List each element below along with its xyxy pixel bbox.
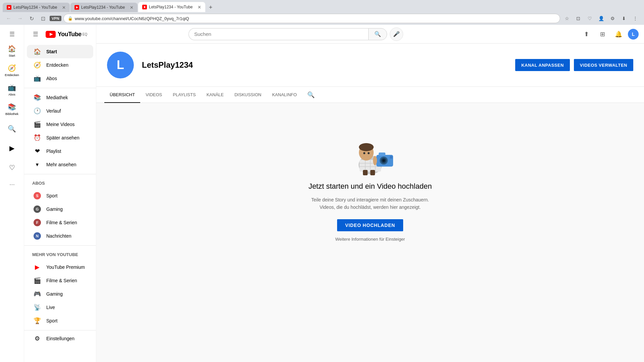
empty-state: Jetzt starten und ein Video hochladen Te… [96, 103, 644, 268]
sidebar-item-abos[interactable]: 📺 Abos [27, 72, 93, 85]
premium-icon: ▶ [34, 263, 41, 271]
user-profile-icon[interactable]: 👤 [596, 14, 606, 23]
tab-1[interactable]: LetsPlay1234 - YouTube ✕ [3, 3, 70, 12]
sidebar-item-einstellungen[interactable]: ⚙ Einstellungen [27, 332, 93, 345]
url-bar[interactable]: 🔒 www.youtube.com/channel/UCocN6zQPHQZ_0… [63, 14, 560, 23]
tab-favicon-3 [142, 5, 147, 9]
menu-dots-icon[interactable]: ⋮ [631, 14, 640, 23]
sidebar-label-gaming: Gaming [46, 206, 63, 212]
heart-icon[interactable]: ♡ [585, 14, 594, 23]
url-text: www.youtube.com/channel/UCocN6zQPHQZ_0yv… [75, 16, 556, 21]
bookmark-icon[interactable]: ☆ [562, 14, 572, 23]
sidebar-label-filme-serien: Filme & Serien [46, 220, 77, 225]
sidebar-item-verlauf[interactable]: 🕐 Verlauf [27, 104, 93, 118]
sidebar-item-mehr-ansehen[interactable]: ▼ Mehr ansehen [27, 158, 93, 171]
mic-button[interactable]: 🎤 [390, 27, 403, 41]
home-icon: 🏠 [34, 48, 41, 55]
nav-section: 🏠 Start 🧭 Entdecken 📺 Abos [24, 44, 96, 86]
sidebar-label-start: Start [46, 49, 57, 54]
sidebar-item-youtube-premium[interactable]: ▶ YouTube Premium [27, 260, 93, 274]
history-icon: 🕐 [34, 107, 41, 115]
tab-close-3[interactable]: ✕ [198, 5, 201, 10]
channel-actions: KANAL ANPASSEN VIDEOS VERWALTEN [515, 59, 633, 71]
channel-search-icon[interactable]: 🔍 [305, 89, 317, 101]
divider-4 [24, 330, 96, 330]
sidebar-item-filme-serien2[interactable]: 🎬 Filme & Serien [27, 274, 93, 287]
kanal-anpassen-button[interactable]: KANAL ANPASSEN [515, 59, 570, 71]
sidebar-item-gaming[interactable]: G Gaming [27, 202, 93, 216]
videos-verwalten-button[interactable]: VIDEOS VERWALTEN [574, 59, 633, 71]
sidebar-item-meine-videos[interactable]: 🎬 Meine Videos [27, 118, 93, 131]
tab-3[interactable]: LetsPlay1234 - YouTube ✕ [138, 2, 205, 12]
youtube-logo[interactable]: YouTube EQ [46, 31, 87, 38]
sidebar-label-abos: Abos [46, 76, 57, 81]
tab-diskussion[interactable]: DISKUSSION [229, 87, 267, 103]
svg-point-17 [363, 152, 365, 154]
filme-channel-icon: F [34, 219, 41, 226]
explore-strip[interactable]: 🧭 Entdecken [3, 61, 21, 80]
reload-button[interactable]: ↻ [27, 14, 36, 23]
tab-kanale[interactable]: KANÄLE [201, 87, 229, 103]
sidebar-item-sport[interactable]: S Sport [27, 189, 93, 202]
gaming2-icon: 🎮 [34, 290, 41, 298]
video-hochladen-button[interactable]: VIDEO HOCHLADEN [337, 219, 403, 231]
search-strip[interactable]: 🔍 [3, 119, 21, 138]
tab-title-2: LetsPlay1234 - YouTube [81, 5, 128, 10]
user-avatar-button[interactable]: L [628, 29, 639, 40]
search-input[interactable] [194, 31, 363, 37]
back-button[interactable]: ← [4, 14, 13, 23]
sidebar-label-mediathek: Mediathek [46, 95, 68, 100]
sidebar-item-start[interactable]: 🏠 Start [27, 45, 93, 58]
tab-close-2[interactable]: ✕ [130, 5, 133, 10]
hamburger-strip[interactable]: ☰ [3, 27, 21, 41]
search-button[interactable]: 🔍 [368, 28, 387, 40]
upload-button[interactable]: ⬆ [580, 27, 593, 41]
download-icon[interactable]: ⬇ [619, 14, 629, 23]
tab-videos[interactable]: VIDEOS [140, 87, 167, 103]
sidebar-item-nachrichten[interactable]: N Nachrichten [27, 229, 93, 243]
sidebar-item-filme-serien[interactable]: F Filme & Serien [27, 216, 93, 229]
sidebar-item-live[interactable]: 📡 Live [27, 301, 93, 314]
sidebar-label-live: Live [46, 305, 55, 310]
new-tab-button[interactable]: + [206, 3, 215, 12]
sidebar-label-spater-ansehen: Später ansehen [46, 135, 79, 140]
sidebar-item-entdecken[interactable]: 🧭 Entdecken [27, 58, 93, 72]
gaming-channel-icon: G [34, 205, 41, 213]
home-button[interactable]: ⊡ [38, 14, 48, 23]
explore-icon: 🧭 [34, 61, 41, 69]
notification-strip[interactable]: ▶ [3, 139, 21, 158]
settings-icon[interactable]: ⚙ [608, 14, 617, 23]
empty-state-illustration [340, 130, 400, 177]
more-strip[interactable]: ⋯ [3, 178, 21, 191]
forward-button[interactable]: → [15, 14, 25, 23]
sidebar-item-playlist[interactable]: ❤ Playlist [27, 144, 93, 158]
sidebar-item-spater-ansehen[interactable]: ⏰ Später ansehen [27, 131, 93, 144]
more-info-link[interactable]: Weitere Informationen für Einsteiger [335, 237, 405, 242]
channel-avatar: L [107, 52, 134, 78]
vpn-badge[interactable]: VPN [50, 16, 61, 21]
tab-playlists[interactable]: PLAYLISTS [167, 87, 201, 103]
tab-2[interactable]: LetsPlay1234 - YouTube ✕ [70, 3, 138, 12]
left-strip: ☰ 🏠 Start 🧭 Entdecken 📺 Abos 📚 Bibliothe… [0, 25, 24, 362]
sidebar-item-gaming2[interactable]: 🎮 Gaming [27, 287, 93, 301]
sidebar-label-sport2: Sport [46, 318, 57, 323]
library-icon: 📚 [34, 94, 41, 101]
hamburger-button[interactable]: ☰ [30, 28, 42, 40]
tab-title-3: LetsPlay1234 - YouTube [149, 5, 196, 9]
sidebar-item-mediathek[interactable]: 📚 Mediathek [27, 91, 93, 104]
heart-strip[interactable]: ♡ [3, 158, 21, 177]
home-strip[interactable]: 🏠 Start [3, 42, 21, 60]
apps-button[interactable]: ⊞ [596, 27, 609, 41]
sidebar-item-sport2[interactable]: 🏆 Sport [27, 314, 93, 327]
lock-icon: 🔒 [68, 16, 73, 21]
tab-ubersicht[interactable]: ÜBERSICHT [104, 87, 140, 103]
main-area: 🔍 🎤 ⬆ ⊞ 🔔 L L LetsPlay1234 KANAL ANPASSE… [96, 25, 644, 362]
cast-icon[interactable]: ⊡ [574, 14, 583, 23]
svg-rect-26 [363, 170, 368, 175]
notifications-button[interactable]: 🔔 [612, 27, 625, 41]
tab-close-1[interactable]: ✕ [62, 5, 66, 10]
library-section: 📚 Mediathek 🕐 Verlauf 🎬 Meine Videos ⏰ S… [24, 89, 96, 173]
library-strip[interactable]: 📚 Bibliothek [3, 100, 21, 119]
tab-kanalinfo[interactable]: KANALINFO [267, 87, 302, 103]
subs-strip[interactable]: 📺 Abos [3, 80, 21, 99]
